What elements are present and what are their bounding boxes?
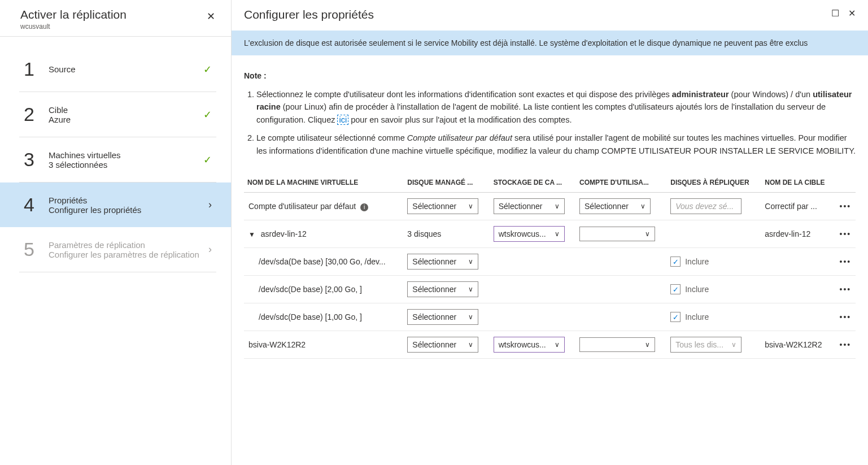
chevron-down-icon: ∨ <box>468 202 473 210</box>
disk-name: /dev/sda(De base) [30,00 Go, /dev... <box>244 248 404 276</box>
check-icon: ✓ <box>203 63 212 76</box>
content-area: Note : Sélectionnez le compte d'utilisat… <box>232 55 868 465</box>
step-replication-settings[interactable]: 5 Paramètres de réplication Configurer l… <box>19 227 216 272</box>
steps-list: 1 Source ✓ 2 Cible Azure ✓ 3 Machines vi… <box>0 37 231 272</box>
step-number: 4 <box>24 194 49 216</box>
table-row-disk: /dev/sdc(De base) [1,00 Go, ] Sélectionn… <box>244 303 856 331</box>
info-banner: L'exclusion de disque est autorisée seul… <box>232 31 868 55</box>
managed-disk-select[interactable]: Sélectionner∨ <box>407 254 478 270</box>
col-actions <box>835 173 856 193</box>
note-item-2: Le compte utilisateur sélectionné comme … <box>256 132 856 157</box>
chevron-down-icon: ∨ <box>645 341 650 349</box>
disk-name: /dev/sdc(De base) [1,00 Go, ] <box>244 303 404 331</box>
note-label: Note : <box>244 71 856 80</box>
table-row-disk: /dev/sda(De base) [30,00 Go, /dev... Sél… <box>244 248 856 276</box>
col-disks-replicate: DISQUES À RÉPLIQUER <box>667 173 761 193</box>
step-title: Propriétés <box>49 195 208 205</box>
row-label: Compte d'utilisateur par défaut <box>248 202 356 211</box>
managed-disk-cell: 3 disques <box>404 220 490 248</box>
cache-storage-select[interactable]: Sélectionner∨ <box>494 198 565 214</box>
table-row-vm: ▼ asrdev-lin-12 3 disques wtskrowcus...∨… <box>244 220 856 248</box>
disk-name: /dev/sdc(De base) [2,00 Go, ] <box>244 276 404 303</box>
chevron-down-icon: ∨ <box>555 202 560 210</box>
chevron-down-icon: ∨ <box>468 313 473 321</box>
page-title: Configurer les propriétés <box>244 8 831 21</box>
step-sub: Configurer les paramètres de réplication <box>49 250 208 259</box>
user-account-select[interactable]: Sélectionner∨ <box>579 198 651 214</box>
chevron-down-icon: ∨ <box>555 230 560 238</box>
step-title: Paramètres de réplication <box>49 240 208 250</box>
target-name-cell: asrdev-lin-12 <box>761 220 835 248</box>
step-vms[interactable]: 3 Machines virtuelles 3 sélectionnées ✓ <box>19 137 216 182</box>
cache-storage-select[interactable]: wtskrowcus...∨ <box>494 226 565 242</box>
sidebar-header: Activer la réplication wcusvault ✕ <box>0 0 231 37</box>
col-vm-name: NOM DE LA MACHINE VIRTUELLE <box>244 173 404 193</box>
chevron-down-icon: ∨ <box>468 258 473 266</box>
close-icon[interactable]: ✕ <box>202 8 220 25</box>
checkbox-icon: ✓ <box>670 312 681 322</box>
collapse-icon[interactable]: ▼ <box>248 231 255 238</box>
info-icon[interactable]: i <box>360 203 368 211</box>
chevron-down-icon: ∨ <box>468 341 473 349</box>
step-number: 5 <box>24 238 49 260</box>
chevron-down-icon: ∨ <box>555 341 560 349</box>
col-cache-storage: STOCKAGE DE CA ... <box>490 173 576 193</box>
main-panel: Configurer les propriétés ☐ ✕ L'exclusio… <box>232 0 868 465</box>
row-label: asrdev-lin-12 <box>261 229 307 238</box>
row-actions-menu[interactable]: ••• <box>835 248 856 276</box>
row-actions-menu[interactable]: ••• <box>835 303 856 331</box>
disks-replicate-select[interactable]: Tous les dis...∨ <box>670 337 741 353</box>
include-checkbox[interactable]: ✓Inclure <box>670 257 709 267</box>
col-managed-disk: DISQUE MANAGÉ ... <box>404 173 490 193</box>
cache-storage-select[interactable]: wtskrowcus...∨ <box>494 337 565 353</box>
table-row-disk: /dev/sdc(De base) [2,00 Go, ] Sélectionn… <box>244 276 856 303</box>
step-number: 2 <box>24 103 49 125</box>
managed-disk-select[interactable]: Sélectionner∨ <box>407 198 478 214</box>
step-target[interactable]: 2 Cible Azure ✓ <box>19 92 216 137</box>
row-actions-menu[interactable]: ••• <box>835 276 856 303</box>
properties-table: NOM DE LA MACHINE VIRTUELLE DISQUE MANAG… <box>244 173 856 359</box>
notes-list: Sélectionnez le compte d'utilisateur don… <box>244 88 856 157</box>
include-checkbox[interactable]: ✓Inclure <box>670 312 709 322</box>
user-account-select[interactable]: ∨ <box>579 227 655 241</box>
managed-disk-select[interactable]: Sélectionner∨ <box>407 281 478 297</box>
note-item-1: Sélectionnez le compte d'utilisateur don… <box>256 88 856 126</box>
step-title: Machines virtuelles <box>49 150 203 160</box>
sidebar: Activer la réplication wcusvault ✕ 1 Sou… <box>0 0 232 465</box>
disks-replicate-readonly: Vous devez sé... <box>670 198 741 214</box>
include-checkbox[interactable]: ✓Inclure <box>670 284 709 294</box>
checkbox-icon: ✓ <box>670 284 681 294</box>
step-sub: 3 sélectionnées <box>49 160 203 170</box>
col-user-account: COMPTE D'UTILISA... <box>576 173 667 193</box>
maximize-icon[interactable]: ☐ <box>831 8 839 19</box>
chevron-down-icon: ∨ <box>468 285 473 293</box>
check-icon: ✓ <box>203 154 212 166</box>
chevron-down-icon: ∨ <box>645 230 650 238</box>
managed-disk-select[interactable]: Sélectionner∨ <box>407 309 478 325</box>
chevron-right-icon: › <box>208 244 212 255</box>
managed-disk-select[interactable]: Sélectionner∨ <box>407 337 478 353</box>
row-actions-menu[interactable]: ••• <box>835 331 856 359</box>
step-sub: Azure <box>49 115 203 124</box>
step-number: 3 <box>24 149 49 171</box>
step-properties[interactable]: 4 Propriétés Configurer les propriétés › <box>0 182 231 227</box>
row-actions-menu[interactable]: ••• <box>835 193 856 220</box>
step-title: Source <box>49 64 203 74</box>
sidebar-subtitle: wcusvault <box>20 23 202 31</box>
target-name-cell: bsiva-W2K12R2 <box>761 331 835 359</box>
chevron-right-icon: › <box>208 199 212 211</box>
target-name-cell: Correctif par ... <box>761 193 835 220</box>
row-actions-menu[interactable]: ••• <box>835 220 856 248</box>
chevron-down-icon: ∨ <box>731 341 736 349</box>
user-account-select[interactable]: ∨ <box>579 337 655 352</box>
sidebar-title: Activer la réplication <box>20 8 202 21</box>
here-link[interactable]: ici <box>337 115 348 125</box>
close-icon[interactable]: ✕ <box>848 8 856 19</box>
step-sub: Configurer les propriétés <box>49 205 208 215</box>
checkbox-icon: ✓ <box>670 257 681 267</box>
step-title: Cible <box>49 105 203 115</box>
check-icon: ✓ <box>203 108 212 121</box>
table-row-vm: bsiva-W2K12R2 Sélectionner∨ wtskrowcus..… <box>244 331 856 359</box>
step-source[interactable]: 1 Source ✓ <box>19 47 216 92</box>
main-header: Configurer les propriétés ☐ ✕ <box>232 0 868 27</box>
